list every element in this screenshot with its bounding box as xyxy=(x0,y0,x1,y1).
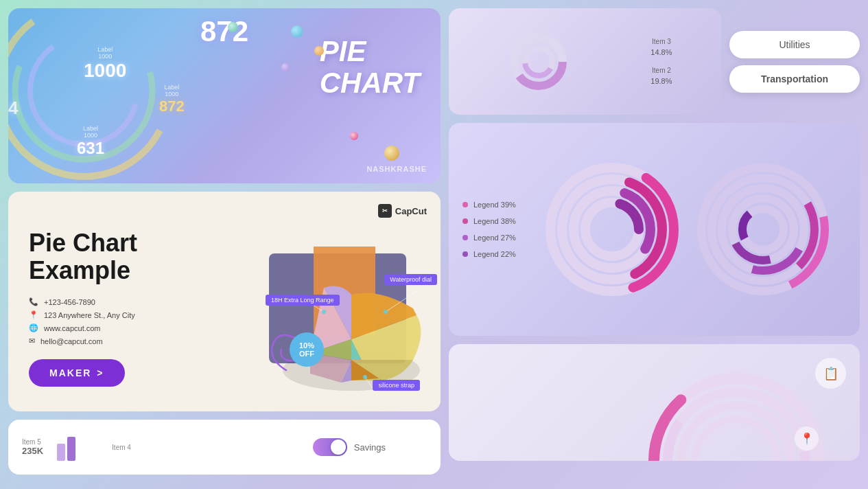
range-label: 18H Extra Long Range xyxy=(266,295,340,306)
floating-ball-3 xyxy=(281,63,290,71)
number-label-872-small: Label 1000 872 xyxy=(159,84,185,115)
location-icon: 📍 xyxy=(800,432,814,445)
floating-ball-6 xyxy=(350,132,358,140)
contact-info: 📞 +123-456-7890 📍 123 Anywhere St., Any … xyxy=(29,297,427,345)
legend-dot-1 xyxy=(462,202,468,207)
pie-example-card: ✂ CapCut Pie Chart Example 📞 +123-456-78… xyxy=(8,192,441,411)
right-column: Item 3 14.8% Item 2 19.8% Utilities Tran… xyxy=(449,8,860,481)
pie-chart-title: PIE CHART xyxy=(320,36,420,99)
partial-bar-svg xyxy=(57,433,98,461)
partial-bar-chart xyxy=(57,433,98,461)
left-column: Label 1000 1000 Label 1000 872 Label 100… xyxy=(8,8,441,481)
nashkrashe-watermark: NASHKRASHE xyxy=(366,165,427,173)
floating-ball-2 xyxy=(314,46,324,56)
item3-label: Item 3 14.8% xyxy=(650,38,672,56)
contact-website: 🌐 www.capcut.com xyxy=(29,323,427,332)
pie-example-left-section: Pie Chart Example 📞 +123-456-7890 📍 123 … xyxy=(29,209,427,387)
svg-rect-12 xyxy=(57,444,65,461)
donut-charts-row xyxy=(530,157,846,302)
legend-list: Legend 39% Legend 38% Legend 27% Legend … xyxy=(462,201,516,258)
legend-dot-4 xyxy=(462,251,468,257)
top-right-row: Item 3 14.8% Item 2 19.8% Utilities Tran… xyxy=(449,8,860,115)
savings-toggle-area: Savings xyxy=(313,438,386,456)
maker-button[interactable]: MAKER > xyxy=(29,359,125,387)
transportation-button[interactable]: Transportation xyxy=(729,65,860,93)
legend-item-1: Legend 39% xyxy=(462,201,516,209)
savings-toggle-switch[interactable] xyxy=(313,438,347,456)
location-icon-circle: 📍 xyxy=(795,427,819,451)
left-arc-chart xyxy=(540,157,684,302)
main-container: Label 1000 1000 Label 1000 872 Label 100… xyxy=(0,0,868,489)
item5-group: Item 5 235K xyxy=(22,438,43,456)
discount-badge: 10% OFF xyxy=(290,332,324,367)
floating-ball-4 xyxy=(384,146,399,161)
waterproof-label: Waterproof dial xyxy=(384,274,437,285)
legend-dot-2 xyxy=(462,218,468,224)
pie-example-title: Pie Chart Example xyxy=(29,229,427,284)
concentric-card: Legend 39% Legend 38% Legend 27% Legend … xyxy=(449,123,860,336)
partial-bottom-left-card: Item 5 235K Item 4 Savings xyxy=(8,420,441,475)
floating-ball-5 xyxy=(228,22,238,32)
legend-item-4: Legend 22% xyxy=(462,250,516,258)
number-label-631: Label 1000 631 xyxy=(77,125,104,158)
legend-item-2: Legend 38% xyxy=(462,217,516,225)
donut-top-svg xyxy=(497,27,580,96)
partial-items: Item 5 235K Item 4 xyxy=(19,430,134,464)
donut-top-card: Item 3 14.8% Item 2 19.8% xyxy=(449,8,721,115)
number-label-4: 4 xyxy=(8,98,18,119)
right-concentric-chart xyxy=(691,157,835,302)
floating-ball-1 xyxy=(291,25,303,38)
item4-group: Item 4 xyxy=(112,444,131,451)
legend-dot-3 xyxy=(462,235,468,240)
item2-label: Item 2 19.8% xyxy=(650,67,672,85)
pie-chart-top-card: Label 1000 1000 Label 1000 872 Label 100… xyxy=(8,8,441,183)
items-labels: Item 3 14.8% Item 2 19.8% xyxy=(650,38,672,85)
contact-phone: 📞 +123-456-7890 xyxy=(29,297,427,306)
buttons-panel: Utilities Transportation xyxy=(729,8,860,115)
arc-rings-svg xyxy=(8,8,228,183)
contact-email: ✉ hello@capcut.com xyxy=(29,337,427,345)
contact-address: 📍 123 Anywhere St., Any City xyxy=(29,310,427,319)
savings-label: Savings xyxy=(354,442,386,453)
bottom-right-card: 📋 📍 xyxy=(449,344,860,461)
number-label-1000-big: Label 1000 1000 xyxy=(84,46,126,82)
strap-label: silicone strap xyxy=(373,380,420,391)
svg-rect-13 xyxy=(67,437,75,461)
top-number-872: 872 xyxy=(200,15,248,48)
toggle-knob xyxy=(331,440,346,455)
legend-item-3: Legend 27% xyxy=(462,234,516,242)
utilities-button[interactable]: Utilities xyxy=(729,31,860,58)
